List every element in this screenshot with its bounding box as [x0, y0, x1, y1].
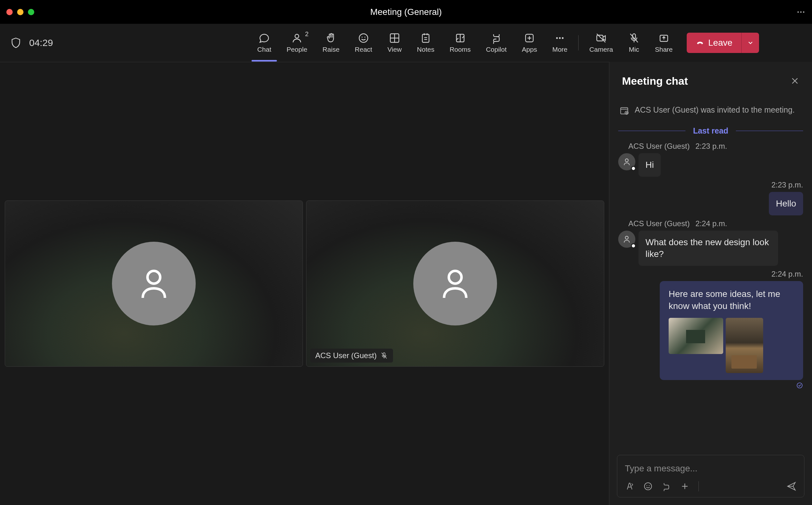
react-icon [358, 32, 369, 44]
compose-divider [698, 481, 699, 491]
plus-icon [680, 482, 689, 491]
chat-message: ACS User (Guest) 2:24 p.m. What does the… [618, 219, 803, 266]
loop-button[interactable] [662, 482, 671, 491]
people-count-badge: 2 [305, 30, 309, 38]
msg-bubble[interactable]: What does the new design look like? [638, 230, 778, 266]
msg-sender: ACS User (Guest) [628, 142, 689, 151]
raise-hand-button[interactable]: Raise [315, 29, 347, 56]
raise-hand-icon [326, 32, 337, 44]
camera-button[interactable]: Camera [582, 29, 621, 56]
svg-point-41 [646, 485, 647, 486]
format-button[interactable] [625, 482, 634, 491]
copilot-button[interactable]: Copilot [478, 29, 514, 56]
apps-button[interactable]: Apps [514, 29, 545, 56]
people-tab[interactable]: 2 People [279, 29, 315, 56]
share-button[interactable]: Share [647, 29, 680, 56]
msg-bubble[interactable]: Hi [638, 153, 661, 177]
svg-rect-10 [422, 34, 429, 42]
more-label: More [552, 46, 568, 53]
person-icon [135, 265, 173, 303]
rooms-icon [454, 32, 466, 44]
svg-point-42 [649, 485, 650, 486]
leave-button[interactable]: Leave [687, 33, 741, 53]
read-receipt-icon [796, 382, 803, 389]
camera-label: Camera [589, 46, 613, 53]
image-attachment[interactable] [669, 318, 723, 354]
chat-panel: Meeting chat ACS User (Guest) was invite… [609, 62, 812, 505]
leave-dropdown-button[interactable] [741, 33, 759, 53]
avatar-placeholder [413, 242, 497, 325]
shield-icon[interactable] [10, 37, 22, 48]
svg-point-19 [556, 37, 558, 39]
raise-label: Raise [323, 46, 340, 53]
copilot-icon [491, 32, 502, 44]
people-label: People [286, 46, 307, 53]
emoji-icon [643, 482, 653, 491]
svg-point-26 [148, 271, 160, 284]
mic-button[interactable]: Mic [621, 29, 647, 56]
mic-label: Mic [629, 46, 639, 53]
message-input[interactable] [625, 461, 796, 476]
toolbar-divider [578, 35, 579, 50]
emoji-button[interactable] [643, 482, 653, 491]
mic-muted-icon [380, 352, 388, 359]
chat-tab[interactable]: Chat [250, 29, 279, 56]
copilot-label: Copilot [486, 46, 506, 53]
person-icon [436, 265, 474, 303]
apps-icon [524, 32, 535, 44]
meeting-toolbar: 04:29 Chat 2 People Raise React [0, 24, 812, 62]
svg-point-3 [295, 34, 299, 38]
svg-point-20 [559, 37, 561, 39]
share-icon [658, 32, 669, 44]
window-maximize-button[interactable] [28, 9, 34, 15]
msg-time: 2:24 p.m. [771, 270, 803, 279]
title-more-button[interactable] [796, 7, 806, 17]
chat-title: Meeting chat [622, 75, 688, 87]
avatar [618, 230, 635, 248]
format-icon [625, 482, 634, 491]
react-label: React [355, 46, 372, 53]
camera-off-icon [595, 32, 607, 44]
traffic-lights [6, 9, 34, 15]
svg-point-6 [365, 37, 365, 38]
last-read-label: Last read [693, 126, 728, 136]
image-attachment[interactable] [726, 318, 763, 373]
chat-close-button[interactable] [790, 76, 799, 85]
avatar-placeholder [112, 242, 196, 325]
svg-point-1 [800, 11, 802, 13]
compose-box [617, 455, 804, 497]
video-tile-self[interactable] [5, 200, 303, 367]
avatar [618, 153, 635, 170]
window-title: Meeting (General) [370, 7, 442, 17]
view-button[interactable]: View [380, 29, 409, 56]
chat-message-list: ACS User (Guest) was invited to the meet… [609, 100, 812, 447]
msg-bubble[interactable]: Hello [769, 192, 803, 215]
msg-sender: ACS User (Guest) [628, 219, 689, 228]
presence-indicator [631, 243, 636, 248]
system-message: ACS User (Guest) was invited to the meet… [618, 100, 803, 120]
video-tile-remote[interactable]: ACS User (Guest) [306, 200, 604, 367]
svg-point-21 [562, 37, 563, 39]
msg-text: Here are some ideas, let me know what yo… [669, 288, 794, 312]
window-minimize-button[interactable] [17, 9, 23, 15]
rooms-button[interactable]: Rooms [442, 29, 478, 56]
last-read-divider: Last read [618, 126, 803, 136]
svg-point-2 [803, 11, 805, 13]
title-bar: Meeting (General) [0, 0, 812, 24]
mic-off-icon [628, 32, 640, 44]
svg-point-0 [797, 11, 799, 13]
view-icon [389, 32, 400, 44]
notes-button[interactable]: Notes [409, 29, 442, 56]
chat-header: Meeting chat [609, 62, 812, 100]
rooms-label: Rooms [449, 46, 471, 53]
send-button[interactable] [786, 481, 796, 491]
video-stage: ACS User (Guest) [0, 62, 609, 505]
svg-point-40 [644, 483, 652, 490]
window-close-button[interactable] [6, 9, 13, 15]
react-button[interactable]: React [347, 29, 380, 56]
more-button[interactable]: More [545, 29, 575, 56]
participant-name: ACS User (Guest) [315, 351, 377, 360]
add-button[interactable] [680, 482, 689, 491]
msg-bubble[interactable]: Here are some ideas, let me know what yo… [660, 281, 803, 380]
person-icon [622, 235, 631, 243]
